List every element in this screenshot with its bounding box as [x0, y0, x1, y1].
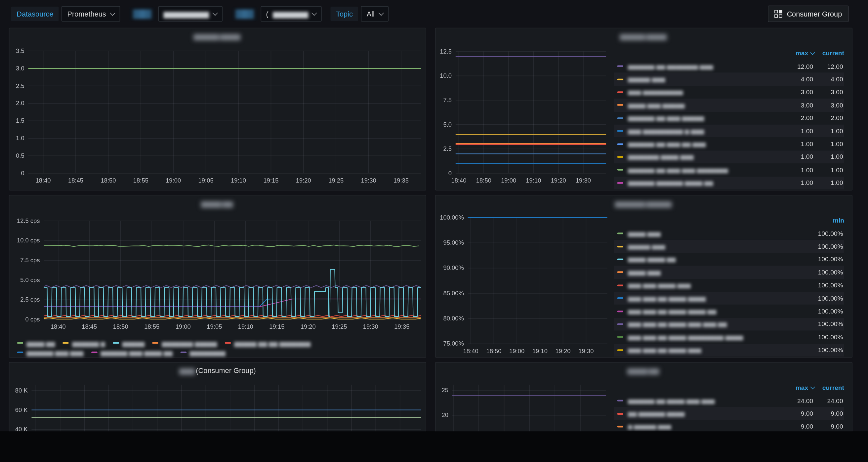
- chart-area[interactable]: 252015: [436, 378, 612, 431]
- legend-sort-current[interactable]: current: [814, 50, 844, 57]
- series-label-redacted[interactable]: ▆▆▆ ▆▆▆▆▆▆▆▆▆: [628, 89, 783, 96]
- legend-current-value: 9.00: [813, 410, 843, 417]
- svg-text:19:20: 19:20: [556, 347, 571, 355]
- series-color-marker: [617, 349, 623, 351]
- legend-row[interactable]: ▆▆▆ ▆▆▆ ▆▆ ▆▆▆▆ ▆▆▆▆ ▆▆ 100.00%: [614, 305, 844, 317]
- series-label-redacted[interactable]: ▆▆▆▆▆▆ ▆▆ ▆▆▆▆ ▆▆▆ ▆▆▆: [628, 397, 783, 404]
- series-label-redacted[interactable]: ▆▆▆▆▆▆▆ ▆▆▆▆ ▆▆▆: [628, 153, 783, 160]
- chart-area[interactable]: 75.00%80.00%85.00%90.00%95.00%100.00%18:…: [436, 211, 612, 357]
- panel-title[interactable]: ▆▆▆(Consumer Group): [9, 363, 426, 378]
- series-label-redacted[interactable]: ▆▆▆▆▆▆ ▆▆ ▆▆▆ ▆▆▆ ▆▆▆▆▆▆▆: [628, 167, 783, 173]
- svg-text:18:40: 18:40: [36, 177, 51, 184]
- chart-area[interactable]: 02.55.07.510.012.518:4018:5019:0019:1019…: [436, 44, 612, 190]
- select-value-prefix: (: [266, 9, 269, 18]
- legend-row[interactable]: ▆▆▆▆▆▆ ▆▆ ▆▆▆ ▆▆▆▆▆ 2.00 2.00: [614, 112, 844, 124]
- series-label-redacted[interactable]: ▆▆▆ ▆▆▆ ▆▆ ▆▆▆▆ ▆▆▆▆ ▆▆: [628, 308, 804, 314]
- series-label-redacted: ▆▆▆▆▆: [122, 340, 145, 346]
- legend-max-value: 3.00: [783, 89, 813, 96]
- legend-item[interactable]: ▆▆▆▆▆▆▆ ▆▆▆▆▆: [152, 340, 217, 346]
- consumer-group-button[interactable]: Consumer Group: [768, 6, 848, 22]
- legend-row[interactable]: ▆▆▆▆ ▆▆▆▆ ▆▆ 100.00%: [614, 253, 844, 266]
- svg-text:19:35: 19:35: [394, 323, 409, 330]
- series-label-redacted[interactable]: ▆▆▆▆▆ ▆▆▆: [628, 243, 804, 250]
- series-label-redacted[interactable]: ▆▆▆▆ ▆▆▆: [628, 230, 804, 237]
- series-label-redacted[interactable]: ▆▆▆▆▆▆ ▆▆ ▆▆▆ ▆▆ ▆▆▆: [628, 141, 783, 147]
- series-color-marker: [617, 156, 623, 158]
- legend-sort-max[interactable]: max: [784, 384, 814, 391]
- series-label-redacted[interactable]: ▆▆▆▆ ▆▆▆ ▆▆▆▆▆: [628, 102, 783, 109]
- legend-row[interactable]: ▆▆▆▆▆ ▆▆▆ 4.00 4.00: [614, 73, 844, 86]
- legend-item[interactable]: ▆▆▆▆▆▆ ▆▆▆ ▆▆▆: [17, 349, 83, 356]
- legend-row[interactable]: ▆▆▆▆▆ ▆▆▆ 100.00%: [614, 240, 844, 253]
- svg-text:18:40: 18:40: [451, 177, 466, 184]
- panel-mid-left: ▆▆▆▆ ▆▆ 0 cps2.5 cps5.0 cps7.5 cps10.0 c…: [9, 195, 426, 358]
- legend-item[interactable]: ▆▆▆▆▆ ▆▆ ▆▆ ▆▆▆▆▆▆▆: [225, 340, 310, 346]
- svg-text:19:15: 19:15: [269, 323, 284, 330]
- panel-title[interactable]: ▆▆▆▆ ▆▆: [9, 195, 426, 211]
- panel-title[interactable]: ▆▆▆▆▆▆ ▆▆▆▆▆: [436, 195, 852, 211]
- series-label-redacted[interactable]: ▆▆▆▆▆▆ ▆▆ ▆▆▆▆▆▆▆ ▆▆▆: [628, 63, 783, 69]
- series-label-redacted[interactable]: ▆▆ ▆▆▆▆▆▆ ▆▆▆▆: [628, 410, 783, 417]
- legend-item[interactable]: ▆▆▆▆▆▆ ▆▆▆ ▆▆▆▆ ▆▆: [91, 349, 173, 356]
- panel-title-redacted: ▆▆▆▆▆ ▆▆▆▆: [620, 32, 666, 40]
- series-label-redacted[interactable]: ▆▆▆ ▆▆▆ ▆▆ ▆▆▆▆ ▆▆▆▆: [628, 295, 804, 302]
- series-label-redacted[interactable]: ▆▆▆▆▆▆ ▆▆ ▆▆▆ ▆▆▆▆▆: [628, 115, 783, 121]
- legend-row[interactable]: ▆▆▆ ▆▆▆ ▆▆ ▆▆▆▆ ▆▆▆▆▆▆▆▆ ▆▆▆▆ 100.00%: [614, 331, 844, 344]
- series-color-marker: [113, 342, 119, 344]
- series-label-redacted[interactable]: ▆▆▆▆ ▆▆▆: [628, 269, 804, 275]
- series-label-redacted[interactable]: ▆ ▆▆▆▆▆ ▆▆▆: [628, 423, 783, 430]
- legend-sort-min[interactable]: min: [806, 217, 844, 223]
- legend-row[interactable]: ▆ ▆▆▆▆▆ ▆▆▆ 9.00 9.00: [614, 420, 844, 431]
- legend-current-value: 3.00: [813, 89, 843, 96]
- legend-row[interactable]: ▆▆▆▆▆▆ ▆▆ ▆▆▆▆ ▆▆▆ ▆▆▆ 24.00 24.00: [614, 394, 844, 407]
- legend-sort-current[interactable]: current: [814, 384, 844, 391]
- legend-row[interactable]: ▆▆▆▆▆▆ ▆▆ ▆▆▆ ▆▆▆ ▆▆▆▆▆▆▆ 1.00 1.00: [614, 163, 844, 176]
- chart-area[interactable]: 0 cps2.5 cps5.0 cps7.5 cps10.0 cps12.5 c…: [9, 211, 426, 337]
- panel-title[interactable]: ▆▆▆▆▆ ▆▆▆▆: [9, 28, 426, 44]
- legend-row[interactable]: ▆▆▆ ▆▆▆▆▆▆▆▆▆ ▆ ▆▆▆ 1.00 1.00: [614, 125, 844, 137]
- topic-select[interactable]: All: [361, 6, 389, 22]
- legend-row[interactable]: ▆▆▆ ▆▆▆ ▆▆ ▆▆▆▆ ▆▆▆ ▆▆▆ ▆▆ 100.00%: [614, 317, 844, 330]
- series-label-redacted[interactable]: ▆▆▆▆▆ ▆▆▆: [628, 76, 783, 82]
- datasource-select[interactable]: Prometheus: [62, 6, 120, 22]
- series-label-redacted[interactable]: ▆▆▆▆ ▆▆▆▆ ▆▆: [628, 256, 804, 263]
- svg-text:18:55: 18:55: [144, 323, 159, 330]
- svg-text:100.00%: 100.00%: [440, 214, 464, 221]
- legend-row[interactable]: ▆▆▆▆ ▆▆▆ 100.00%: [614, 227, 844, 240]
- series-label-redacted[interactable]: ▆▆▆▆▆▆ ▆▆▆▆▆▆ ▆▆▆▆ ▆▆: [628, 180, 783, 186]
- legend-row[interactable]: ▆▆▆▆ ▆▆▆ ▆▆▆▆▆ 3.00 3.00: [614, 98, 844, 112]
- series-label-redacted[interactable]: ▆▆▆ ▆▆▆ ▆▆ ▆▆▆▆ ▆▆▆ ▆▆▆ ▆▆: [628, 321, 804, 328]
- legend-row[interactable]: ▆▆▆ ▆▆▆ ▆▆ ▆▆▆▆ ▆▆▆▆ 100.00%: [614, 292, 844, 305]
- svg-text:19:25: 19:25: [328, 177, 344, 184]
- series-label-redacted[interactable]: ▆▆▆ ▆▆▆ ▆▆▆▆ ▆▆▆: [628, 282, 804, 289]
- panel-title[interactable]: ▆▆▆▆▆ ▆▆▆▆: [436, 28, 852, 44]
- legend-row[interactable]: ▆▆▆▆▆▆ ▆▆ ▆▆▆▆▆▆▆ ▆▆▆ 12.00 12.00: [614, 60, 844, 73]
- redacted-select-2[interactable]: (▆▆▆▆▆▆▆: [260, 6, 322, 22]
- legend-item[interactable]: ▆▆▆▆▆: [113, 340, 145, 346]
- legend-min-value: 100.00%: [804, 243, 843, 250]
- legend-row[interactable]: ▆▆▆ ▆▆▆ ▆▆ ▆▆▆▆ ▆▆▆ 100.00%: [614, 344, 844, 357]
- legend-row[interactable]: ▆▆ ▆▆▆▆▆▆ ▆▆▆▆ 9.00 9.00: [614, 407, 844, 420]
- legend-item[interactable]: ▆▆▆▆▆▆▆▆: [180, 349, 225, 356]
- legend-row[interactable]: ▆▆▆▆ ▆▆▆ 100.00%: [614, 266, 844, 279]
- legend-item[interactable]: ▆▆▆▆ ▆▆: [17, 340, 55, 346]
- legend-row[interactable]: ▆▆▆ ▆▆▆ ▆▆▆▆ ▆▆▆ 100.00%: [614, 279, 844, 292]
- redacted-select-1[interactable]: ▆▆▆▆▆▆▆▆▆: [158, 6, 222, 22]
- legend-item[interactable]: ▆▆▆▆▆▆ ▆: [63, 340, 105, 346]
- legend-row[interactable]: ▆▆▆▆▆▆ ▆▆▆▆▆▆ ▆▆▆▆ ▆▆ 1.00 1.00: [614, 176, 844, 189]
- legend-sort-max[interactable]: max: [784, 50, 814, 57]
- chart-area[interactable]: 00.51.01.52.02.53.03.518:4018:4518:5018:…: [9, 44, 426, 190]
- series-label-redacted[interactable]: ▆▆▆ ▆▆▆ ▆▆ ▆▆▆▆ ▆▆▆▆▆▆▆▆ ▆▆▆▆: [628, 334, 804, 340]
- svg-text:18:45: 18:45: [68, 177, 83, 184]
- series-label-redacted[interactable]: ▆▆▆ ▆▆▆▆▆▆▆▆▆ ▆ ▆▆▆: [628, 128, 783, 134]
- series-line: [44, 299, 272, 307]
- legend-row[interactable]: ▆▆▆▆▆▆ ▆▆ ▆▆▆ ▆▆ ▆▆▆ 1.00 1.00: [614, 137, 844, 151]
- series-label-redacted[interactable]: ▆▆▆ ▆▆▆ ▆▆ ▆▆▆▆ ▆▆▆: [628, 346, 804, 353]
- legend-row[interactable]: ▆▆▆ ▆▆▆▆▆▆▆▆▆ 3.00 3.00: [614, 86, 844, 98]
- legend-min-value: 100.00%: [804, 321, 843, 328]
- svg-text:19:10: 19:10: [231, 177, 246, 184]
- chart-area[interactable]: 80 K60 K40 K: [9, 378, 426, 431]
- panel-title-text: (Consumer Group): [196, 366, 256, 374]
- panel-title[interactable]: ▆▆▆▆ ▆▆: [436, 363, 852, 378]
- legend-row[interactable]: ▆▆▆▆▆▆▆ ▆▆▆▆ ▆▆▆ 1.00 1.00: [614, 151, 844, 163]
